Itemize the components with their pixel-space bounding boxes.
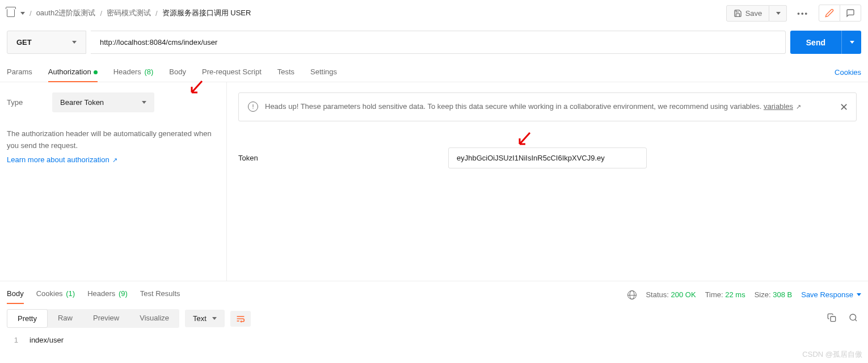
tab-headers[interactable]: Headers (8) — [113, 63, 154, 82]
comment-button[interactable] — [840, 5, 861, 21]
chevron-down-icon — [857, 293, 861, 296]
line-number: 1 — [7, 336, 30, 344]
breadcrumb-item[interactable]: 密码模式测试 — [107, 8, 151, 18]
svg-rect-2 — [831, 316, 836, 322]
type-label: Type — [7, 98, 41, 107]
annotation-arrow-icon — [516, 132, 532, 147]
info-text: Heads up! These parameters hold sensitiv… — [265, 101, 801, 113]
chevron-down-icon — [212, 317, 217, 320]
svg-point-3 — [850, 314, 856, 320]
external-link-icon: ↗ — [111, 157, 117, 163]
chevron-down-icon — [142, 101, 146, 104]
method-value: GET — [16, 38, 32, 47]
copy-icon — [827, 313, 836, 322]
save-icon — [734, 9, 742, 18]
tab-params[interactable]: Params — [7, 63, 32, 82]
globe-icon[interactable] — [627, 290, 637, 299]
chevron-down-icon — [850, 41, 854, 44]
breadcrumb-item[interactable]: oauth2进阶版测试 — [36, 8, 96, 18]
annotation-arrow-icon — [188, 80, 204, 96]
chevron-down-icon — [72, 41, 77, 44]
view-visualize[interactable]: Visualize — [129, 309, 179, 328]
save-response-button[interactable]: Save Response — [801, 290, 861, 299]
wrap-button[interactable] — [230, 311, 251, 327]
close-icon[interactable]: ✕ — [840, 101, 848, 113]
edit-button[interactable] — [819, 5, 840, 21]
search-icon — [849, 313, 858, 322]
info-icon: ! — [248, 102, 258, 112]
response-tab-cookies[interactable]: Cookies (1) — [36, 286, 75, 303]
size-label: Size: 308 B — [755, 290, 793, 299]
token-input[interactable] — [448, 147, 647, 168]
learn-more-link[interactable]: Learn more about authorization ↗ — [7, 155, 117, 164]
breadcrumb-sep: / — [155, 9, 158, 18]
comment-icon — [846, 9, 855, 18]
more-button[interactable]: ••• — [791, 6, 814, 21]
line-content: index/user — [30, 336, 64, 344]
status-label: Status: 200 OK — [646, 290, 696, 299]
breadcrumb-current[interactable]: 资源服务器接口调用 USER — [162, 8, 251, 18]
send-dropdown[interactable] — [841, 31, 861, 54]
breadcrumb-sep: / — [30, 9, 32, 18]
save-dropdown[interactable] — [769, 5, 787, 22]
variables-link[interactable]: variables — [764, 102, 793, 111]
language-select[interactable]: Text — [185, 310, 225, 327]
wrap-icon — [236, 315, 245, 323]
response-tab-body[interactable]: Body — [7, 286, 24, 303]
send-button[interactable]: Send — [790, 31, 841, 54]
method-select[interactable]: GET — [7, 31, 86, 54]
svg-line-4 — [855, 319, 857, 321]
view-raw[interactable]: Raw — [48, 309, 83, 328]
watermark: CSDN @孤居自傲 — [802, 349, 862, 360]
time-label: Time: 22 ms — [705, 290, 745, 299]
save-label: Save — [745, 9, 762, 18]
copy-button[interactable] — [824, 310, 840, 327]
status-dot-icon — [94, 70, 98, 74]
tab-tests[interactable]: Tests — [277, 63, 294, 82]
tab-body[interactable]: Body — [169, 63, 186, 82]
auth-help-text: The authorization header will be automat… — [7, 128, 220, 152]
collection-icon[interactable] — [7, 9, 15, 17]
breadcrumb: / oauth2进阶版测试 / 密码模式测试 / 资源服务器接口调用 USER — [30, 8, 722, 18]
view-pretty[interactable]: Pretty — [7, 309, 48, 328]
response-tab-headers[interactable]: Headers (9) — [87, 286, 128, 303]
external-link-icon: ↗ — [794, 103, 801, 110]
url-input[interactable] — [91, 31, 786, 54]
view-preview[interactable]: Preview — [83, 309, 129, 328]
tab-settings[interactable]: Settings — [310, 63, 337, 82]
collection-caret-icon[interactable] — [20, 12, 25, 15]
token-label: Token — [238, 154, 448, 162]
auth-type-select[interactable]: Bearer Token — [52, 92, 154, 112]
info-banner: ! Heads up! These parameters hold sensit… — [238, 92, 857, 121]
save-button[interactable]: Save — [726, 5, 770, 22]
breadcrumb-sep: / — [100, 9, 102, 18]
search-button[interactable] — [845, 310, 861, 327]
response-tab-testresults[interactable]: Test Results — [140, 286, 180, 303]
response-body-line: 1 index/user — [0, 334, 868, 347]
tab-authorization[interactable]: Authorization — [48, 63, 98, 82]
chevron-down-icon — [776, 12, 781, 15]
tab-prerequest[interactable]: Pre-request Script — [202, 63, 262, 82]
pencil-icon — [825, 9, 834, 18]
auth-type-value: Bearer Token — [60, 98, 104, 107]
cookies-link[interactable]: Cookies — [835, 64, 861, 81]
